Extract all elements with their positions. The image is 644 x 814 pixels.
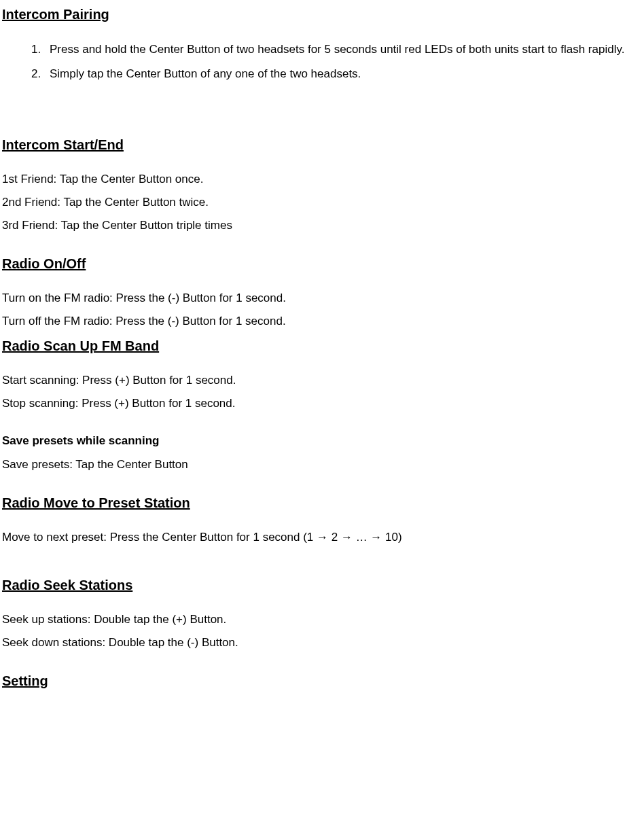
body-text: Stop scanning: Press (+) Button for 1 se…: [2, 392, 642, 415]
radio-on-off-heading: Radio On/Off: [2, 256, 642, 272]
body-text: 3rd Friend: Tap the Center Button triple…: [2, 214, 642, 237]
body-text: Move to next preset: Press the Center Bu…: [2, 526, 642, 549]
body-text: Seek down stations: Double tap the (-) B…: [2, 631, 642, 654]
list-item: Simply tap the Center Button of any one …: [44, 62, 642, 86]
body-text: Start scanning: Press (+) Button for 1 s…: [2, 369, 642, 392]
intercom-pairing-heading: Intercom Pairing: [2, 7, 642, 22]
body-text: Seek up stations: Double tap the (+) But…: [2, 608, 642, 631]
save-presets-heading: Save presets while scanning: [2, 434, 642, 448]
body-text: Turn on the FM radio: Press the (-) Butt…: [2, 287, 642, 310]
list-item: Press and hold the Center Button of two …: [44, 37, 642, 62]
body-text: 2nd Friend: Tap the Center Button twice.: [2, 191, 642, 214]
body-text: Turn off the FM radio: Press the (-) But…: [2, 310, 642, 333]
radio-scan-heading: Radio Scan Up FM Band: [2, 338, 642, 354]
setting-heading: Setting: [2, 673, 642, 689]
radio-seek-heading: Radio Seek Stations: [2, 578, 642, 593]
radio-move-preset-heading: Radio Move to Preset Station: [2, 495, 642, 511]
intercom-start-end-heading: Intercom Start/End: [2, 137, 642, 153]
body-text: 1st Friend: Tap the Center Button once.: [2, 168, 642, 191]
body-text: Save presets: Tap the Center Button: [2, 453, 642, 476]
intercom-pairing-list: Press and hold the Center Button of two …: [44, 37, 642, 86]
